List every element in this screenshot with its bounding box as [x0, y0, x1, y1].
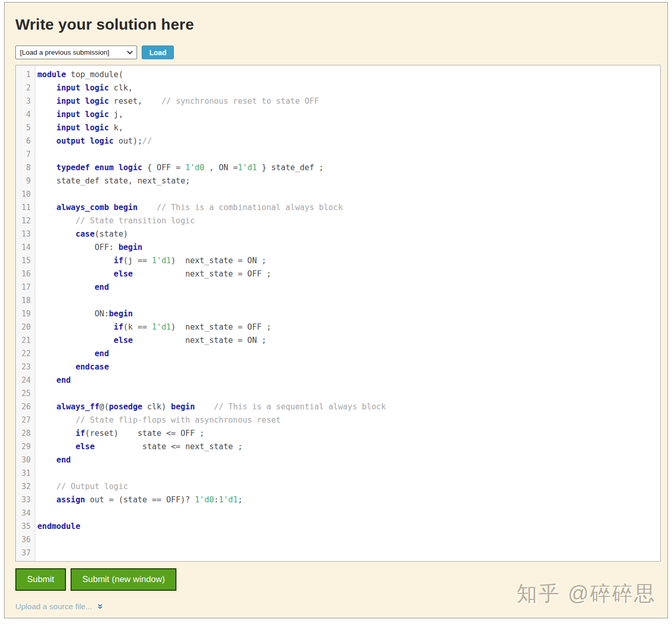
code-line[interactable]: [37, 533, 660, 546]
line-number: 32: [16, 480, 35, 493]
line-number: 7: [16, 148, 35, 161]
line-number: 15: [16, 254, 35, 267]
line-number: 19: [16, 307, 35, 320]
line-number: 8: [16, 161, 35, 174]
line-number: 25: [16, 387, 35, 400]
line-number: 26: [16, 400, 35, 413]
line-number: 10: [16, 188, 35, 201]
code-line[interactable]: endcase: [37, 360, 660, 374]
code-line[interactable]: assign out = (state == OFF)? 1'd0:1'd1;: [37, 493, 660, 506]
code-line[interactable]: if(reset) state <= OFF ;: [37, 427, 660, 440]
line-number: 20: [16, 320, 35, 334]
code-line[interactable]: input logic k,: [37, 121, 660, 134]
code-lines[interactable]: module top_module( input logic clk, inpu…: [35, 65, 660, 561]
code-line[interactable]: end: [37, 453, 660, 467]
watermark: 知乎 @碎碎思: [517, 580, 656, 608]
submit-button[interactable]: Submit: [15, 568, 66, 591]
code-line[interactable]: endmodule: [37, 520, 660, 533]
line-number: 1: [16, 68, 35, 81]
code-line[interactable]: // Output logic: [37, 480, 660, 493]
line-number: 21: [16, 334, 35, 347]
double-chevron-down-icon[interactable]: »: [96, 604, 106, 609]
code-line[interactable]: output logic out);//: [37, 134, 660, 148]
line-number: 17: [16, 281, 35, 294]
gutter: 1234567891011121314151617181920212223242…: [16, 65, 35, 561]
line-number: 12: [16, 214, 35, 227]
code-line[interactable]: if(j == 1'd1) next_state = ON ;: [37, 254, 660, 267]
line-number: 33: [16, 493, 35, 506]
upload-source-link[interactable]: Upload a source file...: [15, 602, 92, 611]
code-line[interactable]: else next_state = ON ;: [37, 334, 660, 347]
previous-submission-select[interactable]: [Load a previous submission]: [15, 45, 137, 59]
code-line[interactable]: else next_state = OFF ;: [37, 267, 660, 281]
code-line[interactable]: module top_module(: [37, 68, 660, 81]
line-number: 34: [16, 506, 35, 520]
line-number: 31: [16, 467, 35, 480]
code-line[interactable]: ON:begin: [37, 307, 660, 320]
code-line[interactable]: [37, 546, 660, 560]
code-line[interactable]: end: [37, 347, 660, 360]
line-number: 28: [16, 427, 35, 440]
code-line[interactable]: input logic reset, // synchronous reset …: [37, 95, 660, 108]
code-line[interactable]: [37, 188, 660, 201]
line-number: 22: [16, 347, 35, 360]
code-line[interactable]: input logic clk,: [37, 81, 660, 95]
code-line[interactable]: if(k == 1'd1) next_state = OFF ;: [37, 320, 660, 334]
submit-new-window-button[interactable]: Submit (new window): [71, 568, 177, 591]
load-controls: [Load a previous submission] Load: [15, 45, 657, 59]
line-number: 30: [16, 453, 35, 467]
solution-panel: Write your solution here [Load a previou…: [4, 2, 668, 618]
code-line[interactable]: // State flip-flops with asynchronous re…: [37, 413, 660, 427]
code-line[interactable]: [37, 387, 660, 400]
code-line[interactable]: OFF: begin: [37, 241, 660, 254]
code-line[interactable]: [37, 148, 660, 161]
code-line[interactable]: case(state): [37, 227, 660, 241]
code-line[interactable]: [37, 506, 660, 520]
code-line[interactable]: [37, 294, 660, 307]
code-line[interactable]: end: [37, 374, 660, 387]
code-line[interactable]: input logic j,: [37, 108, 660, 121]
line-number: 18: [16, 294, 35, 307]
code-line[interactable]: always_ff@(posedge clk) begin // This is…: [37, 400, 660, 413]
code-editor[interactable]: 1234567891011121314151617181920212223242…: [15, 65, 661, 562]
line-number: 2: [16, 81, 35, 95]
code-line[interactable]: else state <= next_state ;: [37, 440, 660, 453]
line-number: 24: [16, 374, 35, 387]
line-number: 3: [16, 95, 35, 108]
line-number: 36: [16, 533, 35, 546]
code-line[interactable]: // State transition logic: [37, 214, 660, 227]
code-line[interactable]: typedef enum logic { OFF = 1'd0 , ON =1'…: [37, 161, 660, 174]
chevron-down-icon: [127, 51, 133, 55]
line-number: 27: [16, 413, 35, 427]
line-number: 5: [16, 121, 35, 134]
load-button[interactable]: Load: [142, 45, 174, 59]
line-number: 37: [16, 546, 35, 560]
page-title: Write your solution here: [15, 16, 657, 33]
line-number: 4: [16, 108, 35, 121]
line-number: 23: [16, 360, 35, 374]
code-line[interactable]: always_comb begin // This is a combinati…: [37, 201, 660, 214]
line-number: 29: [16, 440, 35, 453]
code-line[interactable]: [37, 467, 660, 480]
line-number: 14: [16, 241, 35, 254]
line-number: 11: [16, 201, 35, 214]
code-line[interactable]: state_def state, next_state;: [37, 174, 660, 188]
line-number: 13: [16, 227, 35, 241]
line-number: 35: [16, 520, 35, 533]
previous-submission-select-value: [Load a previous submission]: [20, 49, 109, 56]
line-number: 6: [16, 134, 35, 148]
code-line[interactable]: end: [37, 281, 660, 294]
line-number: 9: [16, 174, 35, 188]
line-number: 16: [16, 267, 35, 281]
